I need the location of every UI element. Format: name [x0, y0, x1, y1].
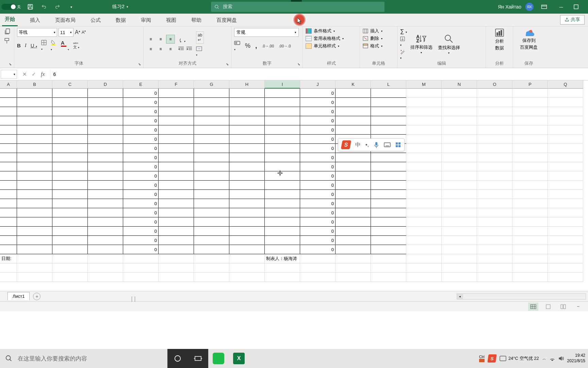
user-avatar[interactable]: ЯХ: [525, 3, 534, 11]
cell[interactable]: [548, 98, 583, 107]
cell[interactable]: [17, 217, 52, 227]
cell[interactable]: [194, 190, 229, 199]
cell[interactable]: [371, 208, 406, 217]
cell[interactable]: [371, 107, 406, 116]
add-sheet-button[interactable]: +: [33, 293, 40, 300]
redo-icon[interactable]: [52, 1, 63, 12]
cell[interactable]: [336, 208, 371, 217]
cell[interactable]: [17, 153, 52, 162]
cell[interactable]: 0: [300, 153, 336, 162]
share-button[interactable]: 共享: [560, 15, 585, 25]
cell[interactable]: [88, 245, 123, 254]
cell[interactable]: [229, 199, 265, 208]
cell[interactable]: [0, 135, 17, 144]
cell[interactable]: [88, 254, 123, 263]
decrease-font-icon[interactable]: A▾: [82, 30, 86, 35]
italic-button[interactable]: I: [25, 43, 27, 48]
cell[interactable]: [406, 144, 442, 153]
tab-pagelayout[interactable]: 页面布局: [52, 17, 78, 26]
cell[interactable]: [88, 153, 123, 162]
cell[interactable]: 0: [300, 236, 336, 245]
tab-data[interactable]: 数据: [113, 17, 129, 26]
cell[interactable]: [477, 245, 512, 254]
decrease-indent[interactable]: [178, 46, 184, 51]
cell[interactable]: [477, 135, 512, 144]
cell[interactable]: 0: [123, 125, 159, 135]
cell[interactable]: [477, 199, 512, 208]
cell[interactable]: [194, 144, 229, 153]
tab-scroll-divider[interactable]: [132, 296, 135, 302]
col-header-G[interactable]: G: [194, 80, 229, 89]
cell[interactable]: [159, 153, 194, 162]
tab-view[interactable]: 视图: [163, 17, 179, 26]
cell[interactable]: [300, 273, 336, 282]
cell[interactable]: [371, 245, 406, 254]
cell[interactable]: [88, 217, 123, 227]
cell[interactable]: [265, 89, 300, 98]
taskbar-search-icon[interactable]: [0, 349, 18, 368]
display-options-icon[interactable]: [538, 2, 551, 12]
cell[interactable]: [442, 208, 477, 217]
cell[interactable]: [442, 144, 477, 153]
cell[interactable]: [0, 125, 17, 135]
cell[interactable]: [265, 263, 300, 273]
confirm-edit-icon[interactable]: ✓: [32, 71, 36, 77]
ime-lang-toggle[interactable]: 中: [355, 141, 361, 149]
cell[interactable]: [442, 162, 477, 171]
cell[interactable]: [336, 153, 371, 162]
cell[interactable]: [477, 153, 512, 162]
cell[interactable]: [406, 116, 442, 125]
cell[interactable]: [88, 227, 123, 236]
cell[interactable]: [52, 144, 88, 153]
insert-button[interactable]: 插入 ▾: [363, 28, 394, 34]
cell[interactable]: [477, 227, 512, 236]
cell[interactable]: [0, 227, 17, 236]
col-header-H[interactable]: H: [229, 80, 265, 89]
cell[interactable]: [229, 162, 265, 171]
cell[interactable]: [336, 217, 371, 227]
cell[interactable]: [194, 89, 229, 98]
taskbar-search-input[interactable]: 在这里输入你要搜索的内容: [18, 349, 167, 368]
cell[interactable]: [442, 190, 477, 199]
horizontal-scrollbar[interactable]: ◂: [457, 293, 586, 300]
cell[interactable]: [371, 98, 406, 107]
cell[interactable]: [265, 181, 300, 190]
cell[interactable]: [548, 208, 583, 217]
cell[interactable]: [17, 116, 52, 125]
cell[interactable]: 0: [300, 227, 336, 236]
cell[interactable]: [406, 273, 442, 282]
cell[interactable]: [548, 254, 583, 263]
orientation-button[interactable]: ⤹ ▾: [178, 37, 192, 44]
cell[interactable]: 0: [300, 190, 336, 199]
cell[interactable]: [229, 135, 265, 144]
cell[interactable]: [336, 236, 371, 245]
cell[interactable]: [548, 199, 583, 208]
minimize-button[interactable]: ─: [555, 2, 568, 12]
cell[interactable]: [265, 245, 300, 254]
cell[interactable]: [477, 273, 512, 282]
page-break-view-icon[interactable]: [558, 303, 568, 311]
cell[interactable]: [194, 245, 229, 254]
filename-dropdown-icon[interactable]: ▾: [127, 5, 128, 9]
cell[interactable]: [442, 245, 477, 254]
cell[interactable]: [229, 181, 265, 190]
cell[interactable]: [371, 171, 406, 181]
cell[interactable]: [406, 208, 442, 217]
cell[interactable]: [159, 273, 194, 282]
cell[interactable]: [229, 116, 265, 125]
col-header-L[interactable]: L: [371, 80, 406, 89]
cell[interactable]: [336, 125, 371, 135]
cell[interactable]: [17, 135, 52, 144]
sogou-logo-icon[interactable]: S: [341, 140, 352, 149]
cell[interactable]: [548, 144, 583, 153]
cell[interactable]: [477, 171, 512, 181]
ime-voice-icon[interactable]: [374, 141, 379, 148]
cell[interactable]: [194, 199, 229, 208]
cell[interactable]: [442, 153, 477, 162]
cell[interactable]: [159, 236, 194, 245]
cell[interactable]: [17, 190, 52, 199]
cell[interactable]: [512, 125, 548, 135]
tray-weather[interactable]: 24°C 空气优 22: [500, 355, 539, 362]
cell[interactable]: [512, 236, 548, 245]
cell[interactable]: [52, 254, 88, 263]
